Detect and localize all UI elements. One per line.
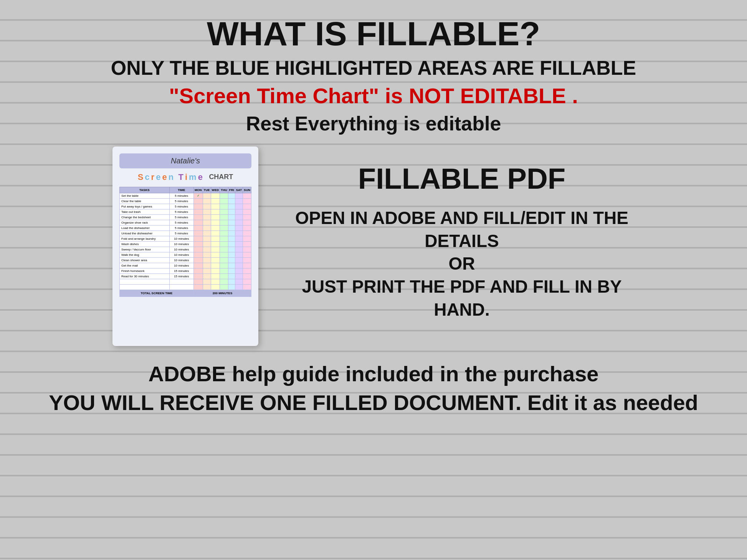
day-cell: ✓ bbox=[193, 193, 203, 198]
day-cell bbox=[243, 247, 251, 252]
day-cell bbox=[243, 279, 251, 284]
day-cell bbox=[228, 193, 235, 198]
task-time: 5 minutes bbox=[169, 204, 193, 209]
task-name: Organize shoe rack bbox=[120, 220, 170, 225]
day-cell bbox=[193, 263, 203, 268]
day-cell bbox=[243, 257, 251, 263]
day-cell bbox=[243, 204, 251, 209]
table-row: Wash dishes10 minutes bbox=[120, 241, 251, 247]
col-wed: WED bbox=[211, 187, 220, 193]
ct-c: c bbox=[145, 172, 149, 182]
task-time: 10 minutes bbox=[169, 241, 193, 247]
chart-title-row: S c r e e n T i m e CHART bbox=[119, 172, 251, 182]
ct-e2: e bbox=[162, 172, 167, 182]
table-row: Load the dishwasher5 minutes bbox=[120, 225, 251, 231]
day-cell bbox=[193, 209, 203, 214]
day-cell bbox=[235, 214, 243, 220]
day-cell bbox=[220, 279, 228, 284]
day-cell bbox=[243, 220, 251, 225]
ct-s: S bbox=[138, 172, 144, 182]
bottom-text-1: ADOBE help guide included in the purchas… bbox=[23, 361, 724, 386]
task-time: 10 minutes bbox=[169, 257, 193, 263]
day-cell bbox=[228, 225, 235, 231]
ct-t: T bbox=[178, 172, 183, 182]
day-cell bbox=[228, 204, 235, 209]
day-cell bbox=[220, 252, 228, 257]
col-thu: THU bbox=[220, 187, 228, 193]
day-cell bbox=[228, 252, 235, 257]
page-title: WHAT IS FILLABLE? bbox=[23, 15, 724, 53]
day-cell bbox=[228, 257, 235, 263]
day-cell bbox=[193, 225, 203, 231]
ct-n: n bbox=[169, 172, 174, 182]
table-row: Clean shower area10 minutes bbox=[120, 257, 251, 263]
day-cell bbox=[220, 241, 228, 247]
day-cell bbox=[220, 236, 228, 241]
day-cell bbox=[243, 231, 251, 236]
ct-r: r bbox=[151, 172, 155, 182]
main-content: WHAT IS FILLABLE? ONLY THE BLUE HIGHLIGH… bbox=[0, 0, 747, 430]
day-cell bbox=[220, 257, 228, 263]
tasks-table: TASKS TIME MON TUE WED THU FRI SAT SUN S… bbox=[119, 187, 251, 297]
day-cell bbox=[235, 193, 243, 198]
day-cell bbox=[235, 263, 243, 268]
day-cell bbox=[228, 198, 235, 204]
day-cell bbox=[235, 257, 243, 263]
day-cell bbox=[203, 220, 211, 225]
day-cell bbox=[203, 198, 211, 204]
day-cell bbox=[203, 263, 211, 268]
table-row: Unload the dishwasher5 minutes bbox=[120, 231, 251, 236]
day-cell bbox=[211, 209, 220, 214]
col-tue: TUE bbox=[203, 187, 211, 193]
table-row: Clear the table5 minutes bbox=[120, 198, 251, 204]
day-cell bbox=[228, 214, 235, 220]
table-row: Get the mail10 minutes bbox=[120, 263, 251, 268]
day-cell bbox=[211, 247, 220, 252]
chart-name: Natalie's bbox=[171, 156, 200, 165]
chart-name-banner: Natalie's bbox=[119, 153, 251, 168]
task-name: Wash dishes bbox=[120, 241, 170, 247]
day-cell bbox=[211, 273, 220, 279]
ct-e3: e bbox=[198, 172, 203, 182]
day-cell bbox=[193, 268, 203, 273]
ct-chart: CHART bbox=[209, 173, 233, 181]
day-cell bbox=[220, 263, 228, 268]
task-name: Set the table bbox=[120, 193, 170, 198]
day-cell bbox=[211, 204, 220, 209]
right-section: FILLABLE PDF OPEN IN ADOBE AND FILL/EDIT… bbox=[289, 147, 635, 321]
day-cell bbox=[211, 193, 220, 198]
day-cell bbox=[211, 220, 220, 225]
task-name: Finish homework bbox=[120, 268, 170, 273]
day-cell bbox=[243, 252, 251, 257]
day-cell bbox=[211, 268, 220, 273]
day-cell bbox=[211, 257, 220, 263]
day-cell bbox=[228, 236, 235, 241]
day-cell bbox=[235, 241, 243, 247]
day-cell bbox=[203, 279, 211, 284]
day-cell bbox=[228, 263, 235, 268]
task-time: 5 minutes bbox=[169, 209, 193, 214]
table-row: Put away toys / games5 minutes bbox=[120, 204, 251, 209]
day-cell bbox=[211, 279, 220, 284]
task-time: 5 minutes bbox=[169, 198, 193, 204]
day-cell bbox=[203, 209, 211, 214]
day-cell bbox=[235, 231, 243, 236]
day-cell bbox=[220, 198, 228, 204]
day-cell bbox=[193, 279, 203, 284]
task-time bbox=[169, 279, 193, 284]
task-time bbox=[169, 284, 193, 290]
total-row: TOTAL SCREEN TIME 200 MINUTES bbox=[120, 290, 251, 296]
day-cell bbox=[193, 257, 203, 263]
chart-card: Natalie's S c r e e n T i m e CHART bbox=[112, 147, 258, 346]
day-cell bbox=[193, 220, 203, 225]
task-name: Sweep / Vaccum floor bbox=[120, 247, 170, 252]
day-cell bbox=[220, 209, 228, 214]
day-cell bbox=[235, 198, 243, 204]
subtitle-2: "Screen Time Chart" is NOT EDITABLE . bbox=[23, 83, 724, 108]
day-cell bbox=[243, 268, 251, 273]
table-row: Organize shoe rack5 minutes bbox=[120, 220, 251, 225]
day-cell bbox=[203, 236, 211, 241]
table-row: Take out trash5 minutes bbox=[120, 209, 251, 214]
task-time: 5 minutes bbox=[169, 214, 193, 220]
day-cell bbox=[203, 252, 211, 257]
